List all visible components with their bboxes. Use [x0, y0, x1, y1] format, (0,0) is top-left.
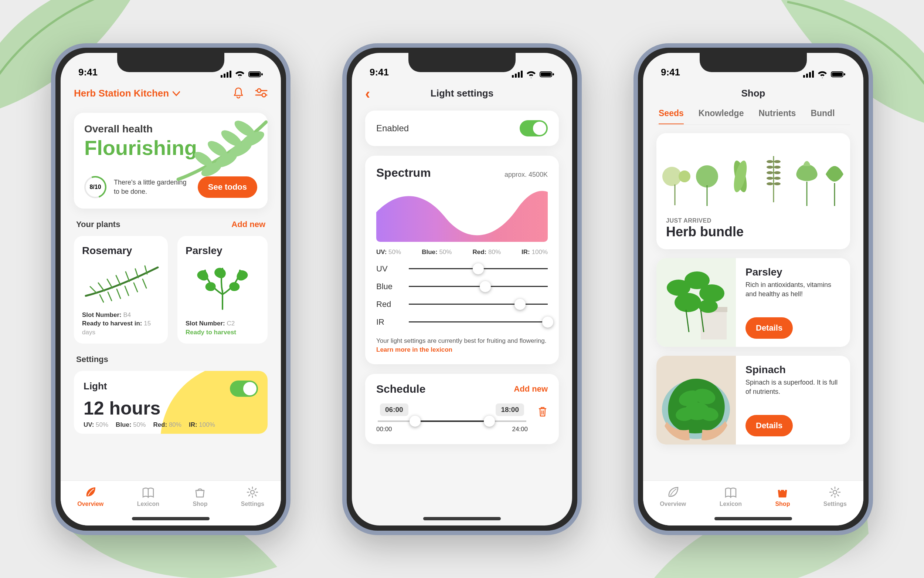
svg-rect-58 [701, 310, 727, 339]
range-end-label: 24:00 [512, 425, 528, 433]
leaf-icon [667, 486, 679, 498]
svg-point-48 [774, 166, 781, 169]
spectrum-graph [376, 187, 548, 242]
plant-name: Rosemary [82, 245, 160, 257]
book-icon [724, 486, 737, 498]
phone-light-settings: 9:41 ‹ Light settings Enabled Spectrum a… [342, 43, 582, 535]
svg-point-50 [774, 171, 781, 174]
schedule-title: Schedule [376, 383, 426, 395]
schedule-card: Schedule Add new 06:00 18:00 [365, 374, 559, 444]
shop-tab-knowledge[interactable]: Knowledge [699, 108, 744, 124]
hero-card[interactable]: JUST ARRIVED Herb bundle [656, 133, 850, 249]
tab-overview[interactable]: Overview [77, 486, 104, 507]
enabled-toggle[interactable] [519, 120, 548, 136]
svg-point-51 [767, 177, 773, 180]
phone-notch [117, 53, 224, 72]
svg-point-49 [767, 171, 773, 174]
schedule-range-slider[interactable]: 06:00 18:00 00:00 24:00 [376, 403, 528, 433]
plant-card-parsley[interactable]: Parsley Slot Number: C2 Ready to harvest [177, 236, 268, 344]
gear-icon [246, 486, 259, 498]
phone-notch [408, 53, 516, 72]
light-spectrum-readout: UV: 50% Blue: 50% Red: 80% IR: 100% [84, 421, 258, 429]
plant-meta: Slot Number: C2 Ready to harvest [186, 319, 259, 337]
product-card-parsley[interactable]: Parsley Rich in antioxidants, vitamins a… [656, 258, 850, 347]
tab-settings[interactable]: Settings [824, 486, 847, 507]
svg-point-28 [251, 490, 254, 494]
slider-ir[interactable]: IR [376, 317, 548, 327]
tab-overview[interactable]: Overview [660, 486, 686, 507]
spectrum-title: Spectrum [376, 166, 431, 180]
shop-tab-bundles[interactable]: Bundl [811, 108, 835, 124]
product-card-spinach[interactable]: Spinach Spinach is a superfood. It is fu… [656, 356, 850, 445]
status-time: 9:41 [661, 67, 680, 78]
svg-point-6 [262, 93, 266, 97]
shop-tabs: Seeds Knowledge Nutrients Bundl [656, 108, 850, 125]
cellular-icon [803, 71, 814, 78]
add-plant-link[interactable]: Add new [231, 220, 265, 229]
light-label: Light [84, 380, 107, 392]
overall-health-card: Overall health Flourishing 8/10 There's … [74, 113, 268, 209]
lexicon-link[interactable]: Learn more in the lexicon [376, 346, 452, 353]
phone-overview: 9:41 Herb Station Kitchen Overall healt [51, 43, 291, 535]
end-time-chip: 18:00 [496, 403, 524, 416]
product-name: Spinach [746, 364, 840, 376]
product-description: Spinach is a superfood. It is full of nu… [746, 378, 840, 415]
bag-icon [776, 486, 789, 498]
svg-line-16 [98, 283, 104, 291]
shop-tab-nutrients[interactable]: Nutrients [759, 108, 796, 124]
delete-schedule-button[interactable] [537, 406, 548, 419]
page-title: Shop [741, 88, 765, 99]
back-button[interactable]: ‹ [365, 86, 370, 101]
wifi-icon [235, 71, 245, 78]
battery-icon [540, 71, 554, 78]
phone-notch [700, 53, 807, 72]
todo-score-badge: 8/10 [84, 176, 107, 198]
leaf-icon [84, 486, 97, 498]
details-button[interactable]: Details [746, 415, 793, 436]
svg-rect-2 [261, 73, 263, 75]
svg-line-23 [108, 292, 112, 300]
battery-icon [248, 71, 263, 78]
shop-tab-seeds[interactable]: Seeds [659, 108, 684, 125]
spectrum-hint: Your light settings are currently best f… [376, 336, 548, 355]
add-schedule-link[interactable]: Add new [514, 384, 548, 394]
tab-shop[interactable]: Shop [193, 486, 207, 507]
slider-uv[interactable]: UV [376, 264, 548, 274]
wifi-icon [817, 71, 827, 78]
svg-line-15 [90, 287, 97, 293]
svg-rect-35 [832, 73, 842, 76]
svg-point-62 [699, 284, 724, 302]
notifications-icon[interactable] [232, 86, 245, 101]
bag-icon [194, 486, 206, 498]
tab-settings[interactable]: Settings [241, 486, 264, 507]
svg-point-45 [767, 160, 773, 163]
station-selector[interactable]: Herb Station Kitchen [74, 88, 180, 99]
status-time: 9:41 [78, 67, 97, 78]
details-button[interactable]: Details [746, 317, 793, 339]
tab-bar: Overview Lexicon Shop Settings [643, 481, 863, 526]
settings-title: Settings [76, 355, 108, 364]
svg-rect-1 [249, 73, 260, 76]
cellular-icon [512, 71, 523, 78]
hero-image [656, 133, 850, 214]
enabled-label: Enabled [376, 123, 409, 133]
range-start-label: 00:00 [376, 425, 392, 433]
start-time-chip: 06:00 [380, 403, 408, 416]
svg-line-18 [116, 276, 120, 285]
light-settings-card[interactable]: Light 12 hours UV: 50% Blue: 50% Red: 80… [74, 371, 268, 434]
tab-shop[interactable]: Shop [775, 486, 790, 507]
tab-lexicon[interactable]: Lexicon [720, 486, 742, 507]
slider-red[interactable]: Red [376, 300, 548, 309]
hero-kicker: JUST ARRIVED [666, 218, 840, 224]
slider-blue[interactable]: Blue [376, 282, 548, 291]
cellular-icon [221, 71, 231, 78]
svg-point-52 [774, 177, 781, 180]
tab-lexicon[interactable]: Lexicon [137, 486, 159, 507]
filters-icon[interactable] [255, 88, 268, 99]
hero-title: Herb bundle [666, 224, 840, 240]
product-description: Rich in antioxidants, vitamins and healt… [746, 280, 840, 317]
status-time: 9:41 [370, 67, 389, 78]
spectrum-readout: UV: 50% Blue: 50% Red: 80% IR: 100% [376, 248, 548, 256]
plant-card-rosemary[interactable]: Rosemary Slot Number: B4 Ready to harves… [74, 236, 168, 344]
light-toggle[interactable] [230, 380, 258, 397]
